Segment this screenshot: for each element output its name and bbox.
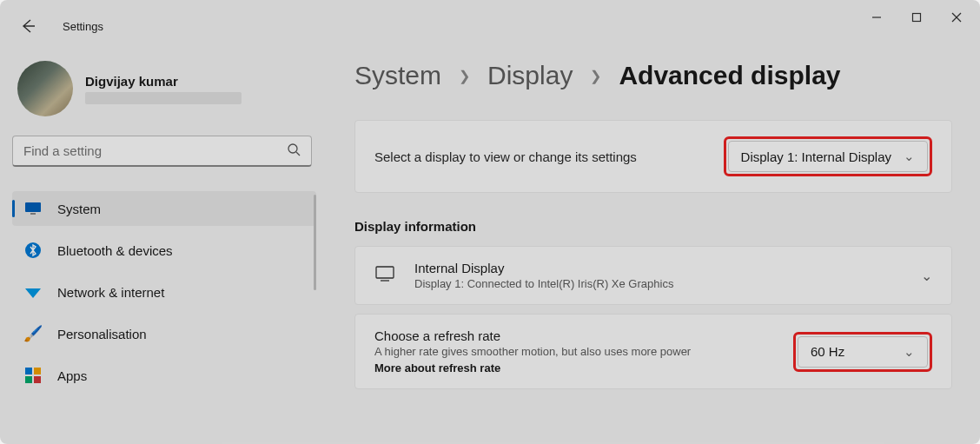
- display-info-panel[interactable]: Internal Display Display 1: Connected to…: [354, 246, 952, 305]
- svg-rect-12: [25, 376, 32, 383]
- display-select-panel: Select a display to view or change its s…: [354, 120, 952, 193]
- user-profile[interactable]: Digvijay kumar: [17, 61, 325, 116]
- refresh-rate-panel: Choose a refresh rate A higher rate give…: [354, 314, 952, 389]
- avatar: [17, 61, 73, 116]
- display-select-value: Display 1: Internal Display: [741, 149, 891, 164]
- paintbrush-icon: 🖌️: [24, 325, 42, 342]
- refresh-rate-dropdown[interactable]: 60 Hz ⌄: [798, 336, 928, 368]
- refresh-title: Choose a refresh rate: [374, 328, 793, 343]
- sidebar-nav: System Bluetooth & devices Network & int…: [12, 191, 316, 393]
- chevron-right-icon: ❯: [590, 68, 601, 84]
- window-titlebar: [0, 0, 980, 35]
- sidebar-item-label: Bluetooth & devices: [57, 243, 173, 258]
- svg-rect-14: [376, 267, 394, 278]
- chevron-right-icon: ❯: [459, 68, 470, 84]
- breadcrumb-display[interactable]: Display: [487, 61, 573, 90]
- close-button[interactable]: [937, 3, 977, 31]
- user-name: Digvijay kumar: [85, 74, 242, 89]
- display-select-dropdown[interactable]: Display 1: Internal Display ⌄: [728, 141, 928, 172]
- svg-rect-6: [25, 202, 41, 212]
- refresh-sub: A higher rate gives smoother motion, but…: [374, 345, 793, 358]
- svg-rect-1: [913, 14, 921, 22]
- back-button[interactable]: [19, 17, 36, 35]
- user-email-placeholder: [85, 92, 242, 104]
- highlight-box: Display 1: Internal Display ⌄: [724, 136, 932, 176]
- display-info-sub: Display 1: Connected to Intel(R) Iris(R)…: [414, 277, 902, 290]
- sidebar-item-apps[interactable]: Apps: [12, 358, 316, 393]
- maximize-button[interactable]: [897, 3, 937, 31]
- minimize-button[interactable]: [857, 3, 897, 31]
- sidebar-item-label: Network & internet: [57, 285, 164, 300]
- system-icon: [24, 200, 42, 217]
- display-info-title: Internal Display: [414, 261, 902, 275]
- sidebar-item-label: Apps: [57, 368, 87, 383]
- chevron-down-icon: ⌄: [904, 344, 915, 360]
- chevron-down-icon: ⌄: [904, 149, 915, 164]
- wifi-icon: [24, 283, 42, 301]
- apps-icon: [24, 367, 42, 384]
- app-title: Settings: [63, 20, 103, 33]
- monitor-icon: [374, 265, 395, 286]
- search-input[interactable]: [23, 143, 287, 158]
- refresh-rate-value: 60 Hz: [811, 344, 844, 359]
- display-select-label: Select a display to view or change its s…: [374, 149, 724, 164]
- sidebar-item-label: System: [57, 202, 101, 216]
- sidebar-item-network[interactable]: Network & internet: [12, 275, 316, 309]
- svg-rect-10: [25, 368, 32, 374]
- sidebar-item-bluetooth[interactable]: Bluetooth & devices: [12, 233, 316, 268]
- breadcrumb: System ❯ Display ❯ Advanced display: [354, 61, 952, 90]
- sidebar-item-label: Personalisation: [57, 327, 147, 341]
- svg-rect-11: [34, 368, 41, 374]
- sidebar-item-personalisation[interactable]: 🖌️ Personalisation: [12, 316, 316, 351]
- search-input-wrapper[interactable]: [12, 136, 312, 167]
- svg-marker-9: [25, 288, 41, 298]
- sidebar-item-system[interactable]: System: [12, 191, 316, 226]
- bluetooth-icon: [24, 242, 42, 259]
- search-icon: [287, 142, 301, 160]
- highlight-box: 60 Hz ⌄: [793, 332, 932, 372]
- breadcrumb-system[interactable]: System: [354, 61, 441, 90]
- svg-point-4: [288, 144, 297, 153]
- svg-line-5: [296, 152, 300, 156]
- display-info-heading: Display information: [354, 219, 952, 234]
- chevron-down-icon: ⌄: [921, 268, 932, 284]
- refresh-link[interactable]: More about refresh rate: [374, 361, 793, 374]
- back-arrow-icon: [19, 17, 36, 35]
- breadcrumb-current: Advanced display: [619, 61, 840, 90]
- svg-rect-13: [34, 376, 41, 383]
- svg-rect-7: [30, 213, 36, 215]
